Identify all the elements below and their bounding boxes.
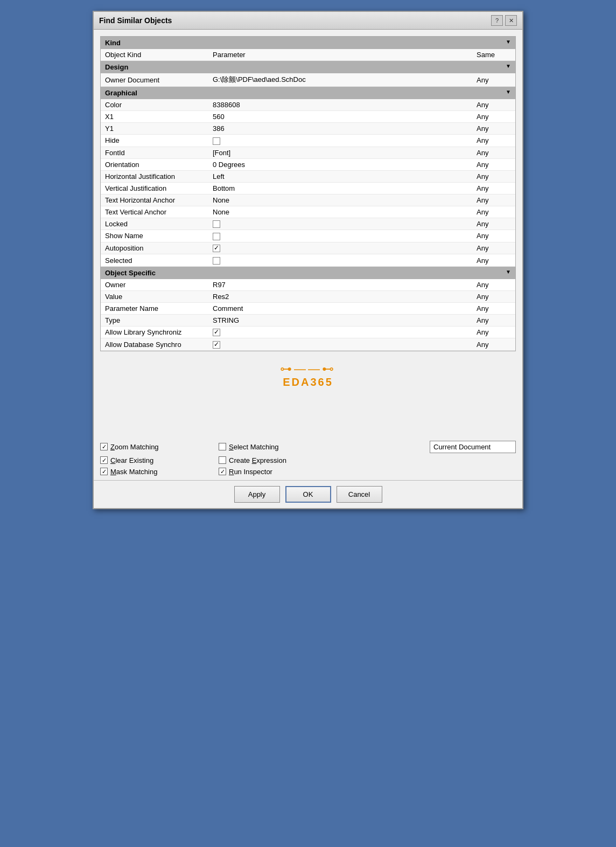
section-graphical: Graphical ▼ xyxy=(101,87,515,100)
prop-value-locked xyxy=(208,218,472,230)
apply-button[interactable]: Apply xyxy=(234,486,280,503)
section-kind-arrow[interactable]: ▼ xyxy=(506,39,511,45)
create-expression-label: Create Expression xyxy=(229,456,286,464)
buttons-area: Apply OK Cancel xyxy=(94,480,522,508)
prop-match-selected[interactable]: Any xyxy=(472,254,515,267)
locked-checkbox[interactable] xyxy=(213,220,220,228)
prop-match-locked[interactable]: Any xyxy=(472,218,515,230)
section-obj-specific-arrow[interactable]: ▼ xyxy=(506,269,511,275)
help-button[interactable]: ? xyxy=(491,15,503,26)
find-similar-objects-dialog: Find Similar Objects ? ✕ Kind ▼ Objec xyxy=(93,11,523,509)
prop-match-param-name[interactable]: Any xyxy=(472,302,515,314)
prop-value-owner: R97 xyxy=(208,279,472,291)
hide-checkbox[interactable] xyxy=(213,137,220,145)
row-type: Type STRING Any xyxy=(101,314,515,326)
prop-match-show-name[interactable]: Any xyxy=(472,230,515,242)
zoom-matching-label: Zoom Matching xyxy=(110,443,159,451)
prop-match-allow-lib-sync[interactable]: Any xyxy=(472,326,515,338)
scope-dropdown-col: Current Document All Open Documents Any xyxy=(337,441,516,453)
row-orientation: Orientation 0 Degrees Any xyxy=(101,158,515,170)
allow-lib-sync-checkbox[interactable] xyxy=(213,329,220,336)
prop-value-object-kind: Parameter xyxy=(208,49,472,61)
prop-match-owner[interactable]: Any xyxy=(472,279,515,291)
row-text-horiz-anchor: Text Horizontal Anchor None Any xyxy=(101,194,515,206)
prop-match-autoposition[interactable]: Any xyxy=(472,242,515,254)
prop-name-fontid: FontId xyxy=(101,147,208,158)
allow-db-sync-checkbox[interactable] xyxy=(213,341,220,349)
prop-value-x1: 560 xyxy=(208,111,472,123)
show-name-checkbox[interactable] xyxy=(213,233,220,240)
prop-name-allow-lib-sync: Allow Library Synchroniz xyxy=(101,326,208,338)
prop-name-orientation: Orientation xyxy=(101,158,208,170)
prop-match-horiz-just[interactable]: Any xyxy=(472,170,515,182)
row-show-name: Show Name Any xyxy=(101,230,515,242)
scope-dropdown[interactable]: Current Document All Open Documents Any xyxy=(430,441,516,453)
row-vert-just: Vertical Justification Bottom Any xyxy=(101,182,515,194)
section-graphical-arrow[interactable]: ▼ xyxy=(506,89,511,95)
cancel-button[interactable]: Cancel xyxy=(337,486,382,503)
selected-checkbox[interactable] xyxy=(213,257,220,265)
row-fontid: FontId [Font] Any xyxy=(101,147,515,158)
prop-value-text-vert-anchor: None xyxy=(208,206,472,218)
dialog-title: Find Similar Objects xyxy=(99,16,172,25)
prop-value-vert-just: Bottom xyxy=(208,182,472,194)
titlebar-buttons: ? ✕ xyxy=(491,15,517,26)
prop-match-text-horiz-anchor[interactable]: Any xyxy=(472,194,515,206)
prop-match-hide[interactable]: Any xyxy=(472,135,515,147)
prop-match-vert-just[interactable]: Any xyxy=(472,182,515,194)
prop-value-param-name: Comment xyxy=(208,302,472,314)
prop-value-text-horiz-anchor: None xyxy=(208,194,472,206)
prop-value-show-name xyxy=(208,230,472,242)
prop-value-horiz-just: Left xyxy=(208,170,472,182)
prop-match-x1[interactable]: Any xyxy=(472,111,515,123)
prop-match-fontid[interactable]: Any xyxy=(472,147,515,158)
section-design-label: Design xyxy=(105,63,128,71)
ok-button[interactable]: OK xyxy=(285,486,331,503)
row-allow-lib-sync: Allow Library Synchroniz Any xyxy=(101,326,515,338)
prop-match-type[interactable]: Any xyxy=(472,314,515,326)
prop-value-value: Res2 xyxy=(208,290,472,302)
properties-table-container: Kind ▼ Object Kind Parameter Same Design xyxy=(100,36,516,351)
row-value: Value Res2 Any xyxy=(101,290,515,302)
create-expression-checkbox[interactable] xyxy=(219,456,226,464)
run-inspector-checkbox[interactable]: ✓ xyxy=(219,468,226,475)
mask-matching-checkbox[interactable]: ✓ xyxy=(100,468,108,475)
prop-name-owner: Owner xyxy=(101,279,208,291)
mask-matching-label: Mask Matching xyxy=(110,468,157,476)
options-area: ✓ Zoom Matching Select Matching Current … xyxy=(94,433,522,480)
prop-match-orientation[interactable]: Any xyxy=(472,158,515,170)
prop-value-hide xyxy=(208,135,472,147)
prop-match-object-kind[interactable]: Same xyxy=(472,49,515,61)
prop-name-text-vert-anchor: Text Vertical Anchor xyxy=(101,206,208,218)
zoom-matching-col: ✓ Zoom Matching xyxy=(100,443,219,451)
prop-match-value[interactable]: Any xyxy=(472,290,515,302)
close-button[interactable]: ✕ xyxy=(505,15,517,26)
clear-existing-checkbox[interactable]: ✓ xyxy=(100,456,108,464)
watermark-area: ⊶——⊷ EDA365 xyxy=(100,351,516,394)
prop-value-fontid: [Font] xyxy=(208,147,472,158)
section-design-arrow[interactable]: ▼ xyxy=(506,63,511,69)
prop-value-type: STRING xyxy=(208,314,472,326)
prop-name-horiz-just: Horizontal Justification xyxy=(101,170,208,182)
prop-value-orientation: 0 Degrees xyxy=(208,158,472,170)
properties-table: Kind ▼ Object Kind Parameter Same Design xyxy=(101,37,515,351)
run-inspector-col: ✓ Run Inspector xyxy=(219,468,337,476)
select-matching-col: Select Matching xyxy=(219,443,337,451)
prop-name-vert-just: Vertical Justification xyxy=(101,182,208,194)
row-param-name: Parameter Name Comment Any xyxy=(101,302,515,314)
prop-match-allow-db-sync[interactable]: Any xyxy=(472,338,515,351)
prop-match-color[interactable]: Any xyxy=(472,99,515,111)
prop-match-owner-doc[interactable]: Any xyxy=(472,73,515,87)
prop-value-allow-db-sync xyxy=(208,338,472,351)
row-owner-document: Owner Document G:\除颤\PDF\aed\aed.SchDoc … xyxy=(101,73,515,87)
prop-name-param-name: Parameter Name xyxy=(101,302,208,314)
scope-dropdown-wrapper: Current Document All Open Documents Any xyxy=(430,441,516,453)
prop-match-y1[interactable]: Any xyxy=(472,123,515,135)
prop-value-owner-doc: G:\除颤\PDF\aed\aed.SchDoc xyxy=(208,73,472,87)
row-hide: Hide Any xyxy=(101,135,515,147)
zoom-matching-checkbox[interactable]: ✓ xyxy=(100,443,108,450)
autoposition-checkbox[interactable] xyxy=(213,245,220,252)
prop-match-text-vert-anchor[interactable]: Any xyxy=(472,206,515,218)
select-matching-checkbox[interactable] xyxy=(219,443,226,450)
row-horiz-just: Horizontal Justification Left Any xyxy=(101,170,515,182)
